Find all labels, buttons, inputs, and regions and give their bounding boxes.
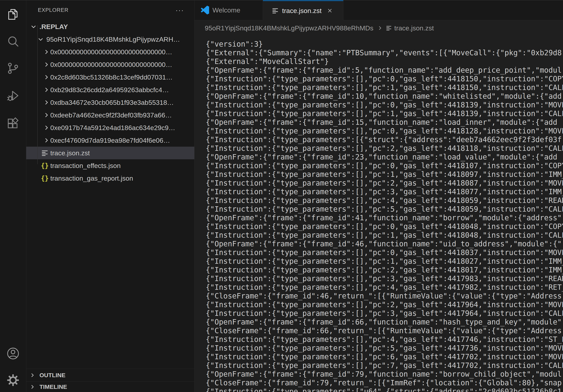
activity-bar xyxy=(0,0,26,392)
tree-item-0x00000000000000000000000000000[interactable]: 0x00000000000000000000000000000… xyxy=(26,46,194,58)
sidebar-title: EXPLORER xyxy=(38,7,68,13)
window-top-border xyxy=(0,0,563,0)
code-line: {"Instruction":{"type_parameters":[],"pc… xyxy=(206,127,563,135)
tree-item-label: 0xdba34672e30cb065b1f93e3ab55318… xyxy=(50,99,174,106)
code-line: {"Instruction":{"type_parameters":[],"pc… xyxy=(206,353,563,361)
code-line: {"OpenFrame":{"frame":{"frame_id":79,"fu… xyxy=(206,370,563,379)
tree-item-label: 0x2c8d603bc51326b8c13cef9dd07031… xyxy=(50,73,173,81)
chevron-right-icon xyxy=(43,61,50,68)
extensions-icon[interactable] xyxy=(7,117,20,130)
tree-item-0x00000000000000000000000000000[interactable]: 0x00000000000000000000000000000… xyxy=(26,58,194,71)
code-line: {"OpenFrame":{"frame":{"frame_id":66,"fu… xyxy=(206,318,563,327)
code-line: {"Instruction":{"type_parameters":[],"pc… xyxy=(206,283,563,292)
tree-item-label: transaction_effects.json xyxy=(50,162,121,170)
section-label: OUTLINE xyxy=(39,372,65,379)
file-lines-icon xyxy=(40,149,49,157)
tree-item-trace.json.zst[interactable]: trace.json.zst xyxy=(26,147,194,159)
code-line: {"Instruction":{"type_parameters":[],"pc… xyxy=(206,144,563,153)
close-icon[interactable] xyxy=(326,7,333,14)
search-icon[interactable] xyxy=(7,35,20,48)
settings-gear-icon[interactable] xyxy=(7,374,20,387)
code-line: {"Instruction":{"type_parameters":[],"pc… xyxy=(206,248,563,257)
tree-item-transaction-gas-report.json[interactable]: {}transaction_gas_report.json xyxy=(26,172,194,184)
code-line: {"CloseFrame":{"frame_id":66,"return_":[… xyxy=(206,327,563,335)
code-line: {"CloseFrame":{"frame_id":79,"return_":[… xyxy=(206,379,563,387)
code-line: {"Instruction":{"type_parameters":[],"pc… xyxy=(206,75,563,83)
vscode-window: EXPLORER ··· .REPLAY95oR1YipjSnqd18K4BMs… xyxy=(0,0,563,392)
tab-bar: Welcome trace.json.zst xyxy=(194,0,563,20)
code-line: {"Instruction":{"type_parameters":[],"pc… xyxy=(206,266,563,274)
tab-trace-json-zst[interactable]: trace.json.zst xyxy=(263,0,344,20)
code-line: {"Instruction":{"type_parameters":[],"pc… xyxy=(206,222,563,231)
code-line: {"version":3} xyxy=(206,40,563,49)
chevron-right-icon xyxy=(43,49,50,55)
run-debug-icon[interactable] xyxy=(7,89,20,103)
chevron-right-icon xyxy=(43,74,50,80)
tree-item-95or1yipjsnqd18k4bmshklgpijypwzarh[interactable]: 95oR1YipjSnqd18K4BMshkLgPijypwzARH… xyxy=(26,33,194,46)
code-line: {"External":{"Summary":{"name":"PTBSumma… xyxy=(206,49,563,57)
tree-item-label: trace.json.zst xyxy=(50,149,90,157)
code-line: {"OpenFrame":{"frame":{"frame_id":5,"fun… xyxy=(206,66,563,75)
chevron-right-icon xyxy=(43,124,50,131)
editor-group: Welcome trace.json.zst 95oR1YipjSnqd18K4… xyxy=(194,0,563,392)
tree-item-0xdba34672e30cb065b1f93e3ab55318[interactable]: 0xdba34672e30cb065b1f93e3ab55318… xyxy=(26,96,194,109)
code-line: {"OpenFrame":{"frame":{"frame_id":15,"fu… xyxy=(206,118,563,127)
breadcrumb-folder[interactable]: 95oR1YipjSnqd18K4BMshkLgPijypwzARHV988eR… xyxy=(205,24,373,32)
json-icon: {} xyxy=(40,161,49,170)
code-line: {"Instruction":{"type_parameters":[],"pc… xyxy=(206,187,563,196)
sidebar-header: EXPLORER ··· xyxy=(26,0,194,20)
code-line: {"Instruction":{"type_parameters":[],"pc… xyxy=(206,231,563,240)
tree-item-label: 95oR1YipjSnqd18K4BMshkLgPijypwzARH… xyxy=(46,36,180,43)
editor-content[interactable]: {"version":3}{"External":{"Summary":{"na… xyxy=(194,36,563,392)
code-line: {"Instruction":{"type_parameters":[],"pc… xyxy=(206,170,563,179)
file-lines-icon xyxy=(272,7,279,14)
tab-label: trace.json.zst xyxy=(282,7,321,15)
tree-item-.replay[interactable]: .REPLAY xyxy=(26,20,194,33)
tree-item-label: 0xe0917b74a5912e4ad186ac634e29c9… xyxy=(50,124,175,132)
vscode-logo-icon xyxy=(200,6,209,14)
files-icon[interactable] xyxy=(7,8,20,21)
tab-welcome[interactable]: Welcome xyxy=(194,0,263,20)
chevron-right-icon xyxy=(43,112,50,118)
chevron-down-icon xyxy=(37,36,44,43)
ellipsis-icon[interactable]: ··· xyxy=(176,6,184,14)
file-tree: .REPLAY95oR1YipjSnqd18K4BMshkLgPijypwzAR… xyxy=(26,20,194,184)
json-icon: {} xyxy=(40,174,49,183)
chevron-right-icon xyxy=(43,137,50,144)
account-icon[interactable] xyxy=(7,347,20,360)
explorer-sidebar: EXPLORER ··· .REPLAY95oR1YipjSnqd18K4BMs… xyxy=(26,0,194,392)
chevron-right-icon xyxy=(29,372,35,378)
tree-item-label: 0x00000000000000000000000000000… xyxy=(50,48,172,56)
section-label: TIMELINE xyxy=(39,383,67,390)
breadcrumb: 95oR1YipjSnqd18K4BMshkLgPijypwzARHV988eR… xyxy=(194,20,563,36)
code-line: {"Instruction":{"type_parameters":[],"pc… xyxy=(206,309,563,318)
code-line: {"Instruction":{"type_parameters":[{"str… xyxy=(206,135,563,144)
tab-label: Welcome xyxy=(212,6,240,14)
code-line: {"Instruction":{"type_parameters":[],"pc… xyxy=(206,361,563,370)
source-control-icon[interactable] xyxy=(7,62,20,75)
chevron-right-icon xyxy=(43,99,50,106)
code-line: {"OpenFrame":{"frame":{"frame_id":41,"fu… xyxy=(206,214,563,222)
tree-item-0x2c8d603bc51326b8c13cef9dd07031[interactable]: 0x2c8d603bc51326b8c13cef9dd07031… xyxy=(26,71,194,83)
tree-item-label: 0x00000000000000000000000000000… xyxy=(50,61,172,68)
sidebar-section-timeline[interactable]: TIMELINE xyxy=(26,381,194,392)
code-line: {"Instruction":{"type_parameters":[],"pc… xyxy=(206,109,563,118)
code-line: {"Instruction":{"type_parameters":[],"pc… xyxy=(206,179,563,187)
tree-item-0xb29d83c26cdd2a64959263abbcfc4[interactable]: 0xb29d83c26cdd2a64959263abbcfc4… xyxy=(26,83,194,96)
file-lines-icon xyxy=(386,25,392,31)
chevron-right-icon xyxy=(29,384,35,390)
tree-item-label: 0xdeeb7a4662eec9f2f3def03fb937a66… xyxy=(50,111,172,119)
code-line: {"Instruction":{"type_parameters":[],"pc… xyxy=(206,196,563,205)
code-line: {"OpenFrame":{"frame":{"frame_id":23,"fu… xyxy=(206,153,563,161)
breadcrumb-file[interactable]: trace.json.zst xyxy=(394,24,434,32)
code-line: {"CloseFrame":{"frame_id":46,"return_":[… xyxy=(206,292,563,301)
sidebar-section-outline[interactable]: OUTLINE xyxy=(26,369,194,381)
tree-item-0xdeeb7a4662eec9f2f3def03fb937a66[interactable]: 0xdeeb7a4662eec9f2f3def03fb937a66… xyxy=(26,109,194,121)
code-line: {"Instruction":{"type_parameters":["u64"… xyxy=(206,387,563,392)
tree-item-0xe0917b74a5912e4ad186ac634e29c9[interactable]: 0xe0917b74a5912e4ad186ac634e29c9… xyxy=(26,121,194,134)
chevron-down-icon xyxy=(30,23,37,30)
tree-item-transaction-effects.json[interactable]: {}transaction_effects.json xyxy=(26,159,194,172)
code-line: {"Instruction":{"type_parameters":[],"pc… xyxy=(206,205,563,214)
tree-item-0xecf47609d7da919ea98e7fd04f6e06[interactable]: 0xecf47609d7da919ea98e7fd04f6e06… xyxy=(26,134,194,147)
tree-item-label: transaction_gas_report.json xyxy=(50,174,133,182)
